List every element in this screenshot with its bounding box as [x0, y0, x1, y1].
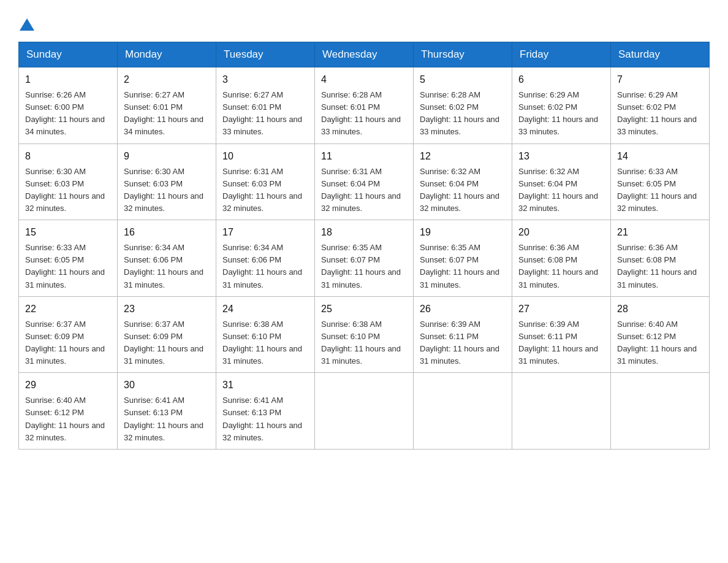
weekday-header-monday: Monday	[118, 42, 216, 67]
day-info: Sunrise: 6:27 AMSunset: 6:01 PMDaylight:…	[124, 89, 210, 139]
calendar-cell: 29 Sunrise: 6:40 AMSunset: 6:12 PMDaylig…	[19, 373, 118, 450]
day-number: 9	[124, 149, 210, 164]
day-info: Sunrise: 6:33 AMSunset: 6:05 PMDaylight:…	[25, 242, 111, 291]
day-number: 7	[617, 72, 703, 87]
calendar-cell: 20 Sunrise: 6:36 AMSunset: 6:08 PMDaylig…	[512, 220, 611, 297]
day-info: Sunrise: 6:37 AMSunset: 6:09 PMDaylight:…	[25, 318, 111, 368]
calendar-cell: 6 Sunrise: 6:29 AMSunset: 6:02 PMDayligh…	[512, 67, 611, 144]
calendar-cell: 25 Sunrise: 6:38 AMSunset: 6:10 PMDaylig…	[315, 296, 414, 373]
calendar-cell: 28 Sunrise: 6:40 AMSunset: 6:12 PMDaylig…	[611, 296, 710, 373]
page-header	[18, 18, 710, 29]
weekday-header-tuesday: Tuesday	[216, 42, 315, 67]
day-number: 10	[222, 149, 308, 164]
weekday-header-thursday: Thursday	[414, 42, 512, 67]
day-number: 28	[617, 302, 703, 316]
calendar-cell: 5 Sunrise: 6:28 AMSunset: 6:02 PMDayligh…	[414, 67, 512, 144]
day-number: 26	[420, 302, 506, 316]
day-info: Sunrise: 6:31 AMSunset: 6:03 PMDaylight:…	[222, 166, 308, 215]
week-row-4: 22 Sunrise: 6:37 AMSunset: 6:09 PMDaylig…	[19, 296, 710, 373]
day-number: 27	[518, 302, 604, 316]
day-info: Sunrise: 6:29 AMSunset: 6:02 PMDaylight:…	[617, 89, 703, 139]
day-number: 16	[124, 225, 210, 240]
calendar-cell: 26 Sunrise: 6:39 AMSunset: 6:11 PMDaylig…	[414, 296, 512, 373]
calendar-cell: 21 Sunrise: 6:36 AMSunset: 6:08 PMDaylig…	[611, 220, 710, 297]
day-info: Sunrise: 6:27 AMSunset: 6:01 PMDaylight:…	[222, 89, 308, 139]
day-number: 6	[518, 72, 604, 87]
week-row-3: 15 Sunrise: 6:33 AMSunset: 6:05 PMDaylig…	[19, 220, 710, 297]
day-info: Sunrise: 6:41 AMSunset: 6:13 PMDaylight:…	[222, 394, 308, 444]
calendar-cell: 23 Sunrise: 6:37 AMSunset: 6:09 PMDaylig…	[118, 296, 216, 373]
day-info: Sunrise: 6:40 AMSunset: 6:12 PMDaylight:…	[25, 394, 111, 444]
day-info: Sunrise: 6:30 AMSunset: 6:03 PMDaylight:…	[124, 166, 210, 215]
day-number: 11	[321, 149, 407, 164]
day-number: 3	[222, 72, 308, 87]
day-number: 22	[25, 302, 111, 316]
day-info: Sunrise: 6:39 AMSunset: 6:11 PMDaylight:…	[518, 318, 604, 368]
day-info: Sunrise: 6:36 AMSunset: 6:08 PMDaylight:…	[617, 242, 703, 291]
day-info: Sunrise: 6:34 AMSunset: 6:06 PMDaylight:…	[222, 242, 308, 291]
day-number: 15	[25, 225, 111, 240]
calendar-cell: 31 Sunrise: 6:41 AMSunset: 6:13 PMDaylig…	[216, 373, 315, 450]
day-info: Sunrise: 6:35 AMSunset: 6:07 PMDaylight:…	[420, 242, 506, 291]
week-row-2: 8 Sunrise: 6:30 AMSunset: 6:03 PMDayligh…	[19, 144, 710, 220]
day-info: Sunrise: 6:28 AMSunset: 6:02 PMDaylight:…	[420, 89, 506, 139]
day-info: Sunrise: 6:38 AMSunset: 6:10 PMDaylight:…	[321, 318, 407, 368]
calendar-header: SundayMondayTuesdayWednesdayThursdayFrid…	[19, 42, 710, 67]
day-info: Sunrise: 6:32 AMSunset: 6:04 PMDaylight:…	[518, 166, 604, 215]
day-number: 2	[124, 72, 210, 87]
day-number: 20	[518, 225, 604, 240]
day-number: 25	[321, 302, 407, 316]
day-number: 5	[420, 72, 506, 87]
day-number: 19	[420, 225, 506, 240]
calendar-cell: 2 Sunrise: 6:27 AMSunset: 6:01 PMDayligh…	[118, 67, 216, 144]
calendar-cell	[512, 373, 611, 450]
calendar-cell: 1 Sunrise: 6:26 AMSunset: 6:00 PMDayligh…	[19, 67, 118, 144]
day-number: 24	[222, 302, 308, 316]
calendar-table: SundayMondayTuesdayWednesdayThursdayFrid…	[18, 42, 710, 450]
logo-triangle-icon	[20, 18, 34, 31]
calendar-cell: 4 Sunrise: 6:28 AMSunset: 6:01 PMDayligh…	[315, 67, 414, 144]
day-number: 21	[617, 225, 703, 240]
calendar-cell: 16 Sunrise: 6:34 AMSunset: 6:06 PMDaylig…	[118, 220, 216, 297]
calendar-cell: 24 Sunrise: 6:38 AMSunset: 6:10 PMDaylig…	[216, 296, 315, 373]
calendar-cell: 27 Sunrise: 6:39 AMSunset: 6:11 PMDaylig…	[512, 296, 611, 373]
day-info: Sunrise: 6:37 AMSunset: 6:09 PMDaylight:…	[124, 318, 210, 368]
day-number: 17	[222, 225, 308, 240]
weekday-row: SundayMondayTuesdayWednesdayThursdayFrid…	[19, 42, 710, 67]
weekday-header-saturday: Saturday	[611, 42, 710, 67]
day-info: Sunrise: 6:31 AMSunset: 6:04 PMDaylight:…	[321, 166, 407, 215]
day-info: Sunrise: 6:35 AMSunset: 6:07 PMDaylight:…	[321, 242, 407, 291]
calendar-cell: 9 Sunrise: 6:30 AMSunset: 6:03 PMDayligh…	[118, 144, 216, 220]
calendar-cell: 12 Sunrise: 6:32 AMSunset: 6:04 PMDaylig…	[414, 144, 512, 220]
day-info: Sunrise: 6:40 AMSunset: 6:12 PMDaylight:…	[617, 318, 703, 368]
day-number: 18	[321, 225, 407, 240]
day-info: Sunrise: 6:33 AMSunset: 6:05 PMDaylight:…	[617, 166, 703, 215]
logo	[18, 18, 36, 29]
calendar-cell: 10 Sunrise: 6:31 AMSunset: 6:03 PMDaylig…	[216, 144, 315, 220]
calendar-cell: 8 Sunrise: 6:30 AMSunset: 6:03 PMDayligh…	[19, 144, 118, 220]
day-number: 12	[420, 149, 506, 164]
day-number: 30	[124, 378, 210, 393]
calendar-cell: 18 Sunrise: 6:35 AMSunset: 6:07 PMDaylig…	[315, 220, 414, 297]
day-info: Sunrise: 6:30 AMSunset: 6:03 PMDaylight:…	[25, 166, 111, 215]
logo-text	[18, 18, 36, 32]
calendar-cell: 17 Sunrise: 6:34 AMSunset: 6:06 PMDaylig…	[216, 220, 315, 297]
calendar-cell: 15 Sunrise: 6:33 AMSunset: 6:05 PMDaylig…	[19, 220, 118, 297]
calendar-cell: 19 Sunrise: 6:35 AMSunset: 6:07 PMDaylig…	[414, 220, 512, 297]
day-number: 31	[222, 378, 308, 393]
calendar-cell	[611, 373, 710, 450]
weekday-header-sunday: Sunday	[19, 42, 118, 67]
day-info: Sunrise: 6:38 AMSunset: 6:10 PMDaylight:…	[222, 318, 308, 368]
day-info: Sunrise: 6:32 AMSunset: 6:04 PMDaylight:…	[420, 166, 506, 215]
day-info: Sunrise: 6:36 AMSunset: 6:08 PMDaylight:…	[518, 242, 604, 291]
calendar-cell: 13 Sunrise: 6:32 AMSunset: 6:04 PMDaylig…	[512, 144, 611, 220]
calendar-cell: 3 Sunrise: 6:27 AMSunset: 6:01 PMDayligh…	[216, 67, 315, 144]
week-row-1: 1 Sunrise: 6:26 AMSunset: 6:00 PMDayligh…	[19, 67, 710, 144]
day-info: Sunrise: 6:41 AMSunset: 6:13 PMDaylight:…	[124, 394, 210, 444]
day-number: 8	[25, 149, 111, 164]
week-row-5: 29 Sunrise: 6:40 AMSunset: 6:12 PMDaylig…	[19, 373, 710, 450]
day-number: 4	[321, 72, 407, 87]
calendar-cell: 30 Sunrise: 6:41 AMSunset: 6:13 PMDaylig…	[118, 373, 216, 450]
day-info: Sunrise: 6:34 AMSunset: 6:06 PMDaylight:…	[124, 242, 210, 291]
calendar-cell: 14 Sunrise: 6:33 AMSunset: 6:05 PMDaylig…	[611, 144, 710, 220]
